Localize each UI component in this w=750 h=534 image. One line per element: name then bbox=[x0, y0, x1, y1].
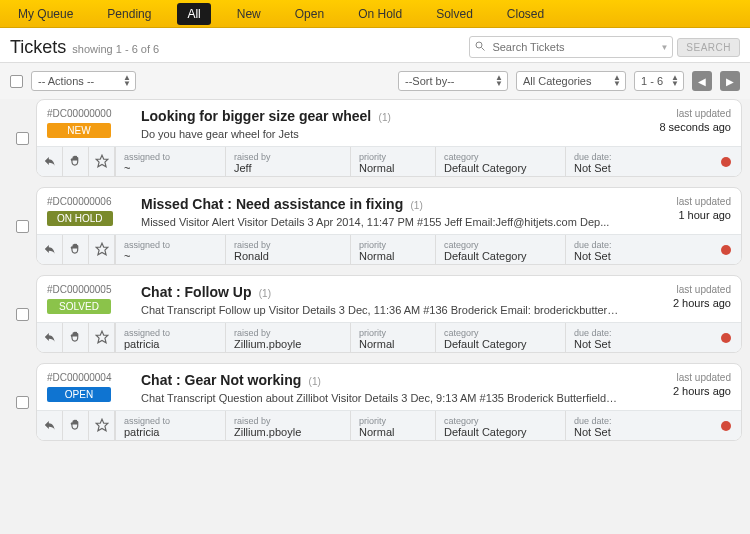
sort-select-label: --Sort by-- bbox=[405, 75, 455, 87]
category-select[interactable]: All Categories ▲▼ bbox=[516, 71, 626, 91]
reply-icon bbox=[43, 154, 57, 170]
pickup-button[interactable] bbox=[63, 323, 89, 353]
priority-label: priority bbox=[359, 328, 427, 338]
hand-icon bbox=[69, 418, 83, 434]
ticket-subject[interactable]: Chat : Follow Up bbox=[141, 284, 251, 300]
updated-value: 1 hour ago bbox=[631, 209, 731, 221]
toolbar: -- Actions -- ▲▼ --Sort by-- ▲▼ All Cate… bbox=[0, 63, 750, 99]
priority-value: Normal bbox=[359, 162, 427, 174]
reply-button[interactable] bbox=[37, 323, 63, 353]
prev-page-button[interactable]: ◀ bbox=[692, 71, 712, 91]
ticket-snippet: Chat Transcript Follow up Visitor Detail… bbox=[141, 304, 619, 316]
ticket-subject[interactable]: Chat : Gear Not working bbox=[141, 372, 301, 388]
ticket-checkbox[interactable] bbox=[16, 220, 29, 233]
ticket-subject[interactable]: Missed Chat : Need assistance in fixing bbox=[141, 196, 403, 212]
priority-label: priority bbox=[359, 416, 427, 426]
overdue-dot-icon bbox=[721, 157, 731, 167]
chevron-updown-icon: ▲▼ bbox=[671, 75, 679, 87]
assigned-value: patricia bbox=[124, 426, 217, 438]
category-label: category bbox=[444, 152, 557, 162]
nav-item-onhold[interactable]: On Hold bbox=[350, 3, 410, 25]
search-dropdown-icon[interactable]: ▼ bbox=[660, 43, 668, 52]
reply-icon bbox=[43, 418, 57, 434]
page-title: Tickets bbox=[10, 37, 66, 58]
updated-value: 2 hours ago bbox=[631, 297, 731, 309]
ticket-row: #DC00000006 ON HOLD Missed Chat : Need a… bbox=[8, 187, 742, 265]
svg-point-0 bbox=[476, 42, 482, 48]
due-value: Not Set bbox=[574, 162, 733, 174]
status-badge: ON HOLD bbox=[47, 211, 113, 226]
category-value: Default Category bbox=[444, 162, 557, 174]
chevron-right-icon: ▶ bbox=[726, 76, 734, 87]
range-select[interactable]: 1 - 6 ▲▼ bbox=[634, 71, 684, 91]
nav-item-queue[interactable]: My Queue bbox=[10, 3, 81, 25]
pickup-button[interactable] bbox=[63, 411, 89, 441]
due-value: Not Set bbox=[574, 426, 733, 438]
raised-value: Zillium.pboyle bbox=[234, 338, 342, 350]
star-icon bbox=[95, 330, 109, 346]
updated-value: 8 seconds ago bbox=[631, 121, 731, 133]
nav-item-new[interactable]: New bbox=[229, 3, 269, 25]
range-select-label: 1 - 6 bbox=[641, 75, 663, 87]
ticket-thread-count: (1) bbox=[309, 376, 321, 387]
ticket-snippet: Missed Visitor Alert Visitor Details 3 A… bbox=[141, 216, 619, 228]
due-label: due date: bbox=[574, 328, 733, 338]
updated-value: 2 hours ago bbox=[631, 385, 731, 397]
reply-icon bbox=[43, 330, 57, 346]
svg-marker-4 bbox=[96, 331, 108, 343]
chevron-updown-icon: ▲▼ bbox=[613, 75, 621, 87]
pickup-button[interactable] bbox=[63, 147, 89, 177]
due-label: due date: bbox=[574, 240, 733, 250]
ticket-thread-count: (1) bbox=[411, 200, 423, 211]
ticket-subject[interactable]: Looking for bigger size gear wheel bbox=[141, 108, 371, 124]
search-input[interactable] bbox=[486, 41, 656, 53]
star-icon bbox=[95, 154, 109, 170]
select-all-checkbox[interactable] bbox=[10, 75, 23, 88]
category-select-label: All Categories bbox=[523, 75, 591, 87]
reply-button[interactable] bbox=[37, 235, 63, 265]
due-value: Not Set bbox=[574, 250, 733, 262]
star-icon bbox=[95, 418, 109, 434]
reply-button[interactable] bbox=[37, 411, 63, 441]
chevron-left-icon: ◀ bbox=[698, 76, 706, 87]
star-button[interactable] bbox=[89, 147, 115, 177]
star-icon bbox=[95, 242, 109, 258]
due-value: Not Set bbox=[574, 338, 733, 350]
nav-item-closed[interactable]: Closed bbox=[499, 3, 552, 25]
raised-label: raised by bbox=[234, 416, 342, 426]
nav-item-pending[interactable]: Pending bbox=[99, 3, 159, 25]
raised-value: Ronald bbox=[234, 250, 342, 262]
category-value: Default Category bbox=[444, 426, 557, 438]
ticket-row: #DC00000000 NEW Looking for bigger size … bbox=[8, 99, 742, 177]
ticket-thread-count: (1) bbox=[379, 112, 391, 123]
ticket-snippet: Chat Transcript Question about Zillibot … bbox=[141, 392, 619, 404]
actions-select-label: -- Actions -- bbox=[38, 75, 94, 87]
ticket-snippet: Do you have gear wheel for Jets bbox=[141, 128, 619, 140]
sort-select[interactable]: --Sort by-- ▲▼ bbox=[398, 71, 508, 91]
nav-item-all[interactable]: All bbox=[177, 3, 210, 25]
due-label: due date: bbox=[574, 416, 733, 426]
nav-item-solved[interactable]: Solved bbox=[428, 3, 481, 25]
next-page-button[interactable]: ▶ bbox=[720, 71, 740, 91]
ticket-checkbox[interactable] bbox=[16, 308, 29, 321]
search-button[interactable]: SEARCH bbox=[677, 38, 740, 57]
assigned-label: assigned to bbox=[124, 416, 217, 426]
ticket-id: #DC00000000 bbox=[47, 108, 129, 119]
pickup-button[interactable] bbox=[63, 235, 89, 265]
actions-select[interactable]: -- Actions -- ▲▼ bbox=[31, 71, 136, 91]
assigned-value: ~ bbox=[124, 250, 217, 262]
search-box[interactable]: ▼ bbox=[469, 36, 673, 58]
star-button[interactable] bbox=[89, 323, 115, 353]
reply-button[interactable] bbox=[37, 147, 63, 177]
ticket-checkbox[interactable] bbox=[16, 396, 29, 409]
assigned-label: assigned to bbox=[124, 328, 217, 338]
overdue-dot-icon bbox=[721, 333, 731, 343]
ticket-row: #DC00000005 SOLVED Chat : Follow Up (1) … bbox=[8, 275, 742, 353]
ticket-checkbox[interactable] bbox=[16, 132, 29, 145]
nav-item-open[interactable]: Open bbox=[287, 3, 332, 25]
star-button[interactable] bbox=[89, 411, 115, 441]
assigned-label: assigned to bbox=[124, 152, 217, 162]
chevron-updown-icon: ▲▼ bbox=[495, 75, 503, 87]
priority-value: Normal bbox=[359, 338, 427, 350]
star-button[interactable] bbox=[89, 235, 115, 265]
